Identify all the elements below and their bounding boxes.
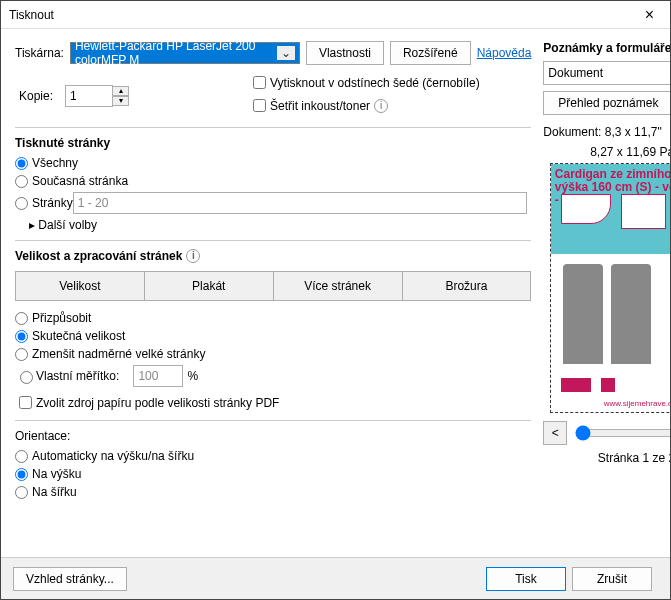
- pages-range-input[interactable]: [73, 192, 528, 214]
- paper-source-checkbox[interactable]: [19, 396, 32, 409]
- preview-prev-button[interactable]: <: [543, 421, 567, 445]
- cancel-button[interactable]: Zrušit: [572, 567, 652, 591]
- window-title: Tisknout: [9, 8, 637, 22]
- doc-size-label: Dokument: 8,3 x 11,7": [543, 125, 671, 139]
- pages-current-radio[interactable]: [15, 175, 28, 188]
- pages-range-label: Stránky: [32, 196, 73, 210]
- chevron-down-icon: ⌄: [277, 46, 295, 60]
- comments-dropdown[interactable]: Dokument ⌄: [543, 61, 671, 85]
- shrink-radio[interactable]: [15, 348, 28, 361]
- copies-spin-down[interactable]: ▾: [113, 96, 129, 106]
- pages-section-title: Tisknuté stránky: [15, 136, 531, 150]
- actual-label: Skutečná velikost: [32, 329, 125, 343]
- comments-value: Dokument: [548, 66, 603, 80]
- printer-label: Tiskárna:: [15, 46, 64, 60]
- pct-label: %: [187, 369, 198, 383]
- preview-site: www.sijemehrave.cz: [551, 399, 671, 408]
- copies-spin-up[interactable]: ▴: [113, 86, 129, 96]
- sizing-title: Velikost a zpracování stránek: [15, 249, 182, 263]
- advanced-button[interactable]: Rozšířené: [390, 41, 471, 65]
- orient-auto-radio[interactable]: [15, 450, 28, 463]
- custom-scale-label: Vlastní měřítko:: [36, 369, 119, 383]
- multiple-tab[interactable]: Více stránek: [274, 272, 403, 300]
- pages-current-label: Současná stránka: [32, 174, 128, 188]
- grayscale-checkbox[interactable]: [253, 76, 266, 89]
- orient-portrait-label: Na výšku: [32, 467, 81, 481]
- orientation-title: Orientace:: [15, 429, 531, 443]
- print-preview: Cardigan ze zimního softshelu výška 160 …: [550, 163, 671, 413]
- actual-radio[interactable]: [15, 330, 28, 343]
- pages-all-label: Všechny: [32, 156, 78, 170]
- orient-landscape-radio[interactable]: [15, 486, 28, 499]
- printer-dropdown[interactable]: Hewlett-Packard HP LaserJet 200 colorMFP…: [70, 42, 300, 64]
- fit-radio[interactable]: [15, 312, 28, 325]
- poster-tab[interactable]: Plakát: [145, 272, 274, 300]
- printer-value: Hewlett-Packard HP LaserJet 200 colorMFP…: [75, 39, 277, 67]
- info-icon[interactable]: i: [186, 249, 200, 263]
- copies-input[interactable]: [65, 85, 113, 107]
- orient-auto-label: Automaticky na výšku/na šířku: [32, 449, 194, 463]
- copies-label: Kopie:: [19, 89, 53, 103]
- save-ink-checkbox[interactable]: [253, 99, 266, 112]
- booklet-tab[interactable]: Brožura: [403, 272, 531, 300]
- save-ink-label: Šetřit inkoust/toner: [270, 99, 370, 113]
- close-icon[interactable]: ×: [637, 6, 662, 24]
- custom-scale-radio[interactable]: [20, 371, 33, 384]
- print-button[interactable]: Tisk: [486, 567, 566, 591]
- properties-button[interactable]: Vlastnosti: [306, 41, 384, 65]
- comments-title: Poznámky a formuláře: [543, 41, 671, 55]
- pages-all-radio[interactable]: [15, 157, 28, 170]
- more-options-toggle[interactable]: Další volby: [15, 218, 531, 232]
- pages-range-radio[interactable]: [15, 197, 28, 210]
- custom-scale-input[interactable]: [133, 365, 183, 387]
- shrink-label: Zmenšit nadměrné velké stránky: [32, 347, 205, 361]
- summarize-comments-button[interactable]: Přehled poznámek: [543, 91, 671, 115]
- grayscale-label: Vytisknout v odstínech šedé (černobíle): [270, 76, 480, 90]
- preview-page-label: Stránka 1 ze 20: [543, 451, 671, 465]
- paper-source-label: Zvolit zdroj papíru podle velikosti strá…: [36, 396, 279, 410]
- preview-slider[interactable]: [575, 425, 671, 441]
- info-icon[interactable]: i: [374, 99, 388, 113]
- help-link[interactable]: Nápověda: [477, 46, 532, 60]
- page-setup-button[interactable]: Vzhled stránky...: [13, 567, 127, 591]
- page-size-label: 8,27 x 11,69 Palce: [543, 145, 671, 159]
- size-tab[interactable]: Velikost: [16, 272, 145, 300]
- fit-label: Přizpůsobit: [32, 311, 91, 325]
- orient-portrait-radio[interactable]: [15, 468, 28, 481]
- orient-landscape-label: Na šířku: [32, 485, 77, 499]
